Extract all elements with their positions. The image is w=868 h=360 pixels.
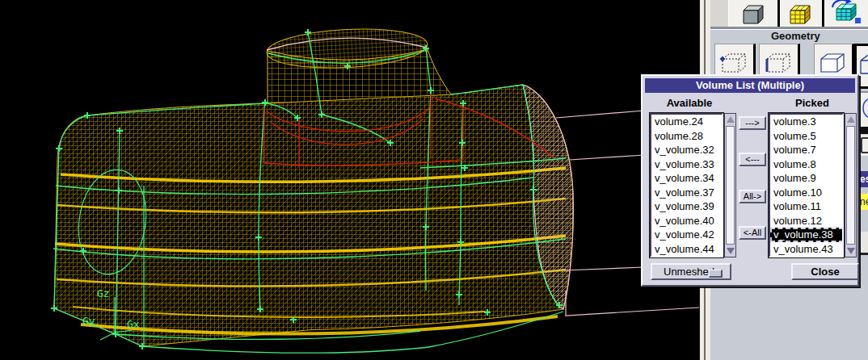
solid-cube-icon	[737, 0, 769, 25]
hidden-form-icon-fragment	[860, 135, 868, 156]
face-cube-icon	[818, 51, 849, 77]
examine-mesh-icon	[830, 0, 864, 25]
hidden-form-label-fragment: es	[860, 171, 868, 187]
filter-option-label: Unmeshed	[664, 266, 714, 278]
scrollbar-thumb[interactable]	[726, 126, 735, 245]
move-all-right-button[interactable]: All->	[739, 190, 766, 203]
scrollbar-thumb[interactable]	[846, 126, 855, 245]
list-item[interactable]: v_volume.39	[651, 199, 722, 214]
hidden-form-divider	[860, 127, 868, 134]
list-item[interactable]: volume.9	[770, 171, 842, 186]
vertex-cube-icon	[719, 51, 750, 77]
list-item[interactable]: v_volume.43	[770, 242, 842, 257]
list-item[interactable]: v_volume.42	[651, 228, 722, 242]
list-item[interactable]: volume.12	[770, 214, 842, 228]
leader-line	[570, 155, 644, 160]
list-item-selected[interactable]: v_volume.38	[770, 228, 844, 242]
list-item[interactable]: v_volume.34	[651, 171, 722, 186]
list-item[interactable]: v_volume.33	[651, 157, 722, 172]
application-window: Gz Gy Gx	[0, 0, 868, 360]
list-item[interactable]: volume.3	[770, 115, 842, 129]
move-all-left-button[interactable]: <-All	[739, 226, 766, 240]
hidden-form-field-fragment[interactable]: ne	[860, 194, 868, 210]
move-right-button[interactable]: --->	[739, 116, 766, 130]
scroll-up-button[interactable]	[845, 114, 856, 125]
list-item[interactable]: volume.10	[770, 186, 842, 200]
leader-line	[564, 267, 644, 270]
mesh-canvas[interactable]: Gz Gy Gx	[0, 0, 700, 360]
list-item[interactable]: volume.24	[651, 115, 722, 129]
available-column-label: Available	[649, 97, 730, 109]
solid-cube-button[interactable]	[728, 0, 780, 29]
leader-line	[566, 291, 699, 316]
scroll-down-button[interactable]	[845, 245, 856, 257]
volume-cube-icon	[858, 52, 868, 78]
leader-line	[556, 111, 644, 118]
list-item[interactable]: volume.11	[770, 199, 842, 214]
geometry-section-label: Geometry	[771, 30, 820, 42]
move-left-button[interactable]: <---	[739, 153, 766, 166]
meshed-cube-icon	[786, 0, 818, 25]
axis-label-y: Gy	[82, 315, 95, 327]
hidden-form-icon-fragment	[860, 91, 868, 128]
picked-list-scrollbar[interactable]	[845, 113, 857, 257]
picked-column-label: Picked	[772, 97, 853, 109]
list-item[interactable]: v_volume.37	[651, 186, 722, 200]
examine-mesh-button[interactable]	[824, 0, 868, 29]
branch-cylinder	[266, 25, 451, 103]
axis-label-x: Gx	[127, 318, 140, 330]
graphics-viewport[interactable]: Gz Gy Gx	[0, 0, 700, 360]
scroll-down-button[interactable]	[725, 245, 735, 257]
list-item[interactable]: v_volume.44	[651, 242, 722, 257]
list-item[interactable]: volume.5	[770, 129, 842, 144]
available-list[interactable]: volume.24 volume.28 v_volume.32 v_volume…	[650, 113, 723, 257]
filter-option-menu[interactable]: Unmeshed	[651, 263, 731, 280]
list-item[interactable]: v_volume.40	[651, 214, 722, 228]
option-menu-indicator	[709, 270, 723, 278]
available-list-scrollbar[interactable]	[724, 113, 736, 257]
meshed-cube-button[interactable]	[780, 0, 824, 29]
t-pipe-body	[54, 85, 573, 346]
edge-cube-icon	[764, 51, 794, 77]
list-item[interactable]: volume.7	[770, 143, 842, 157]
close-button[interactable]: Close	[791, 263, 859, 280]
axis-label-z: Gz	[97, 287, 110, 299]
list-item[interactable]: v_volume.32	[651, 143, 722, 157]
dialog-title-bar[interactable]: Volume List (Multiple)	[645, 78, 855, 93]
hidden-form-button-fragment[interactable]	[860, 232, 868, 255]
picked-list[interactable]: volume.3 volume.5 volume.7 volume.8 volu…	[769, 113, 844, 257]
list-item[interactable]: volume.28	[651, 129, 722, 144]
list-item[interactable]: volume.8	[770, 157, 842, 172]
volume-list-dialog: Volume List (Multiple) Available Picked …	[641, 74, 859, 287]
scroll-up-button[interactable]	[725, 114, 735, 125]
